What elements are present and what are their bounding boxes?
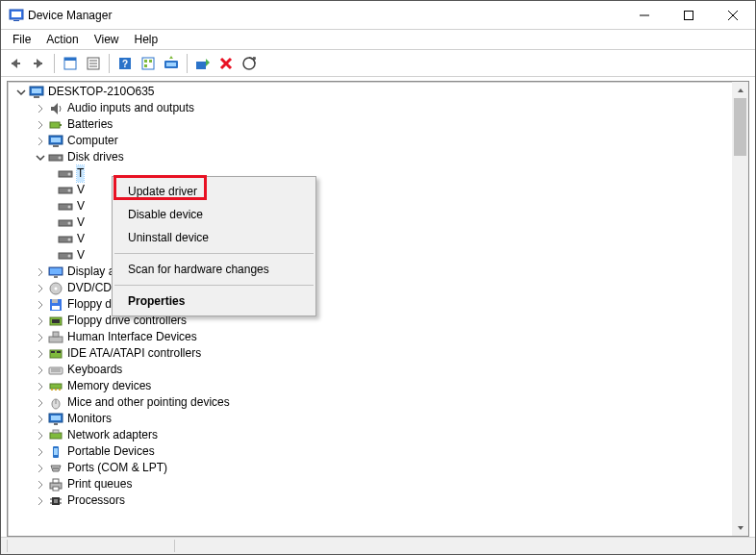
enable-device-button[interactable] bbox=[192, 53, 214, 74]
tree-item-memory[interactable]: Memory devices bbox=[10, 378, 732, 394]
help-button[interactable]: ? bbox=[114, 53, 136, 74]
svg-rect-57 bbox=[49, 337, 63, 342]
expander-icon[interactable] bbox=[35, 479, 46, 491]
svg-rect-75 bbox=[53, 430, 59, 433]
floppy-controller-icon bbox=[48, 314, 63, 329]
expander-icon[interactable] bbox=[35, 283, 46, 294]
close-button[interactable] bbox=[711, 1, 755, 30]
show-hidden-button[interactable] bbox=[60, 53, 81, 74]
tree-item-processors[interactable]: Processors bbox=[10, 492, 732, 509]
disk-icon bbox=[58, 166, 73, 182]
menu-file[interactable]: File bbox=[5, 31, 38, 48]
toolbar-divider bbox=[187, 54, 188, 73]
tree-root[interactable]: DESKTOP-210O635 bbox=[10, 84, 732, 100]
ctx-divider bbox=[114, 285, 314, 286]
tree-item-computer[interactable]: Computer bbox=[10, 133, 732, 149]
processor-icon bbox=[48, 493, 63, 509]
tree-item-keyboards[interactable]: Keyboards bbox=[10, 362, 732, 378]
svg-point-36 bbox=[68, 172, 71, 175]
expander-icon[interactable] bbox=[35, 266, 46, 278]
devices-by-type-button[interactable] bbox=[138, 53, 159, 74]
svg-rect-48 bbox=[50, 268, 62, 274]
expander-icon[interactable] bbox=[35, 365, 46, 376]
svg-rect-66 bbox=[51, 389, 53, 391]
svg-rect-77 bbox=[54, 448, 58, 455]
svg-rect-31 bbox=[51, 138, 61, 142]
svg-rect-26 bbox=[32, 88, 41, 93]
ctx-update-driver[interactable]: Update driver bbox=[114, 180, 314, 203]
vertical-scrollbar[interactable] bbox=[732, 82, 748, 536]
menu-view[interactable]: View bbox=[87, 31, 127, 48]
svg-rect-27 bbox=[34, 96, 39, 98]
expander-icon[interactable] bbox=[35, 152, 46, 164]
svg-point-46 bbox=[68, 254, 71, 257]
disk-icon bbox=[58, 232, 73, 247]
expander-icon[interactable] bbox=[35, 397, 46, 409]
expander-icon[interactable] bbox=[35, 315, 46, 327]
svg-rect-83 bbox=[53, 487, 59, 491]
scroll-up-arrow-icon[interactable] bbox=[732, 82, 748, 98]
expander-icon[interactable] bbox=[35, 119, 46, 131]
back-button[interactable] bbox=[5, 53, 26, 74]
menubar: File Action View Help bbox=[1, 30, 755, 50]
expander-icon[interactable] bbox=[35, 414, 46, 425]
tree-item-batteries[interactable]: Batteries bbox=[10, 116, 732, 133]
svg-rect-58 bbox=[53, 332, 59, 337]
display-icon bbox=[48, 265, 63, 280]
svg-text:?: ? bbox=[122, 59, 128, 69]
scroll-down-arrow-icon[interactable] bbox=[732, 519, 748, 536]
ctx-uninstall-device[interactable]: Uninstall device bbox=[114, 226, 314, 249]
maximize-button[interactable] bbox=[667, 1, 711, 30]
svg-rect-17 bbox=[142, 58, 154, 69]
tree-root-label: DESKTOP-210O635 bbox=[48, 84, 155, 100]
svg-rect-73 bbox=[54, 423, 58, 425]
scan-hardware-button[interactable] bbox=[239, 53, 260, 74]
expander-icon[interactable] bbox=[35, 381, 46, 392]
expander-icon[interactable] bbox=[35, 495, 46, 507]
svg-rect-49 bbox=[54, 276, 58, 278]
menu-help[interactable]: Help bbox=[127, 31, 166, 48]
expander-icon[interactable] bbox=[15, 87, 27, 98]
scroll-track[interactable] bbox=[732, 98, 748, 519]
svg-point-44 bbox=[68, 238, 71, 240]
ctx-divider bbox=[114, 253, 314, 254]
svg-point-40 bbox=[68, 205, 71, 208]
disk-icon bbox=[58, 183, 73, 198]
tree-item-ports[interactable]: Ports (COM & LPT) bbox=[10, 460, 732, 476]
svg-point-42 bbox=[68, 221, 71, 224]
computer-icon bbox=[29, 85, 44, 100]
minimize-button[interactable] bbox=[622, 1, 667, 30]
tree-item-disk-drives[interactable]: Disk drives bbox=[10, 149, 732, 165]
audio-icon bbox=[48, 101, 63, 116]
update-driver-toolbar-button[interactable] bbox=[161, 53, 182, 74]
expander-icon[interactable] bbox=[35, 463, 46, 474]
menu-action[interactable]: Action bbox=[38, 31, 86, 48]
expander-icon[interactable] bbox=[35, 332, 46, 343]
expander-icon[interactable] bbox=[35, 103, 46, 114]
uninstall-device-toolbar-button[interactable] bbox=[215, 53, 237, 74]
window-titlebar: Device Manager bbox=[1, 1, 755, 30]
tree-item-portable[interactable]: Portable Devices bbox=[10, 443, 732, 460]
tree-item-audio[interactable]: Audio inputs and outputs bbox=[10, 100, 732, 116]
properties-toolbar-button[interactable] bbox=[83, 53, 104, 74]
ctx-scan-hardware[interactable]: Scan for hardware changes bbox=[114, 258, 314, 281]
portable-icon bbox=[48, 444, 63, 460]
tree-item-network[interactable]: Network adapters bbox=[10, 427, 732, 443]
tree-item-hid[interactable]: Human Interface Devices bbox=[10, 329, 732, 345]
expander-icon[interactable] bbox=[35, 430, 46, 441]
tree-item-ide[interactable]: IDE ATA/ATAPI controllers bbox=[10, 345, 732, 362]
ctx-properties[interactable]: Properties bbox=[114, 290, 314, 313]
expander-icon[interactable] bbox=[35, 299, 46, 311]
expander-icon[interactable] bbox=[35, 446, 46, 458]
tree-item-mice[interactable]: Mice and other pointing devices bbox=[10, 394, 732, 411]
svg-rect-54 bbox=[52, 306, 60, 310]
expander-icon[interactable] bbox=[35, 136, 46, 147]
ctx-disable-device[interactable]: Disable device bbox=[114, 203, 314, 226]
toolbar-divider bbox=[109, 54, 110, 73]
tree-item-print-queues[interactable]: Print queues bbox=[10, 476, 732, 492]
tree-item-monitors[interactable]: Monitors bbox=[10, 411, 732, 427]
scroll-thumb[interactable] bbox=[734, 98, 746, 156]
svg-rect-61 bbox=[57, 351, 61, 353]
forward-button[interactable] bbox=[28, 53, 49, 74]
expander-icon[interactable] bbox=[35, 348, 46, 360]
